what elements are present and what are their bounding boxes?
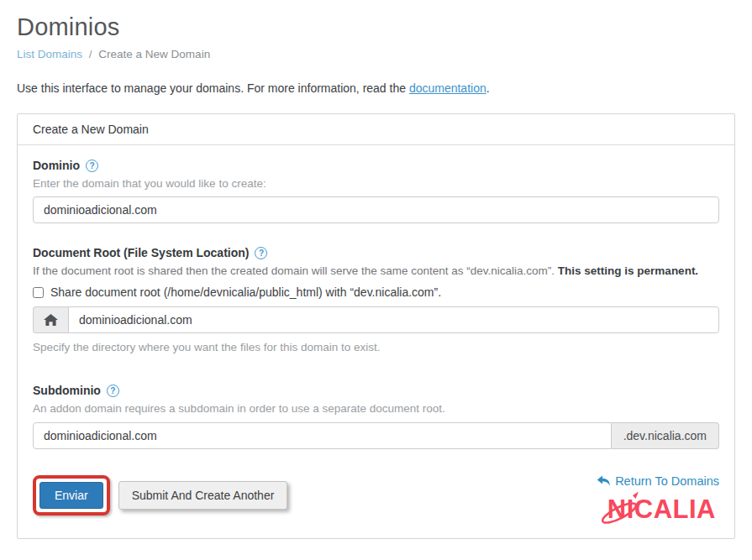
page-title: Dominios [17,13,735,41]
domain-field-group: Dominio ? Enter the domain that you woul… [33,159,719,223]
subdomain-label: Subdominio ? [33,384,719,397]
breadcrumb: List Domains / Create a New Domain [17,48,735,60]
share-docroot-row: Share document root (/home/devnicalia/pu… [33,285,719,299]
home-icon [33,306,68,333]
docroot-help-text: Specify the directory where you want the… [33,341,719,353]
panel-footer: Enviar Submit And Create Another Return … [33,466,719,525]
docroot-label: Document Root (File System Location) ? [33,246,719,259]
breadcrumb-link-list-domains[interactable]: List Domains [17,48,82,60]
panel-header: Create a New Domain [18,114,734,145]
return-link-label: Return To Domains [615,474,719,488]
share-docroot-checkbox[interactable] [33,287,44,298]
breadcrumb-current: Create a New Domain [98,48,210,60]
return-to-domains-link[interactable]: Return To Domains [597,474,719,488]
submit-and-create-another-button[interactable]: Submit And Create Another [118,481,288,510]
intro-text: Use this interface to manage your domain… [17,81,735,95]
subdomain-input[interactable] [33,422,612,449]
domain-help-text: Enter the domain that you would like to … [33,177,719,190]
footer-actions: Enviar Submit And Create Another [33,466,287,525]
docroot-note-bold: This setting is permanent. [558,264,698,277]
help-icon[interactable]: ? [86,160,98,172]
docroot-input-group [33,306,719,333]
subdomain-help-text: An addon domain requires a subdomain in … [33,402,719,415]
panel-body: Dominio ? Enter the domain that you woul… [18,145,734,538]
docroot-input[interactable] [68,306,719,333]
nicalia-logo: NICALIA [607,495,719,525]
intro-text-after: . [486,81,490,95]
subdomain-field-group: Subdominio ? An addon domain requires a … [33,384,719,449]
intro-text-before: Use this interface to manage your domain… [17,81,409,95]
domain-label: Dominio ? [33,159,719,172]
domain-input[interactable] [33,196,719,223]
logo-text: NICALIA [607,495,716,524]
documentation-link[interactable]: documentation [409,81,486,95]
breadcrumb-separator: / [89,48,92,60]
share-docroot-label: Share document root (/home/devnicalia/pu… [50,285,441,299]
docroot-label-text: Document Root (File System Location) [33,246,249,259]
domain-label-text: Dominio [33,159,80,172]
reply-arrow-icon [597,475,610,487]
docroot-note: If the document root is shared then the … [33,264,719,277]
annotation-highlight: Enviar [33,475,110,516]
create-domain-panel: Create a New Domain Dominio ? Enter the … [17,113,735,539]
docroot-field-group: Document Root (File System Location) ? I… [33,246,719,353]
subdomain-input-group: .dev.nicalia.com [33,422,719,449]
docroot-note-regular: If the document root is shared then the … [33,264,555,277]
help-icon[interactable]: ? [255,247,267,259]
submit-button[interactable]: Enviar [39,482,103,509]
subdomain-suffix: .dev.nicalia.com [612,422,719,449]
help-icon[interactable]: ? [107,385,119,397]
subdomain-label-text: Subdominio [33,384,101,397]
footer-right: Return To Domains NICALIA [597,474,719,525]
